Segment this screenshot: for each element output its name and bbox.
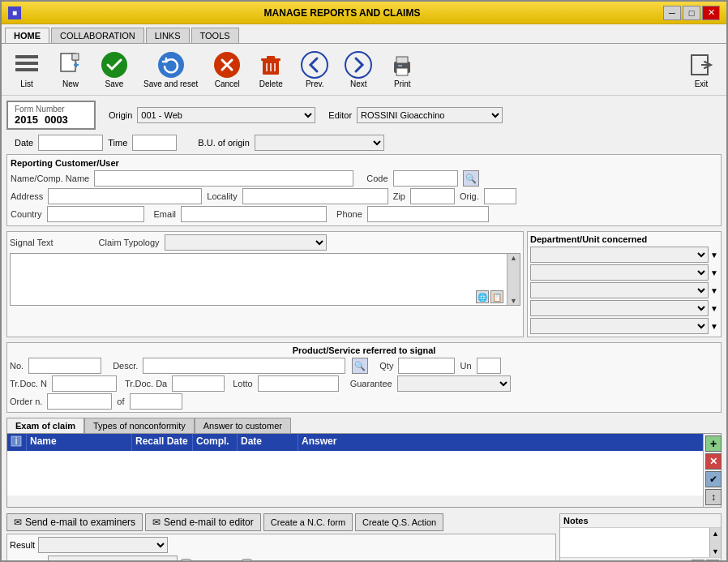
close-button[interactable]: ✕	[702, 6, 720, 20]
of-input[interactable]: / /	[130, 393, 182, 410]
dept-select-5[interactable]	[530, 318, 709, 334]
claim-typology-select[interactable]	[165, 234, 327, 251]
table-move-button[interactable]: ↕	[705, 489, 722, 505]
country-input[interactable]: Svizzera	[47, 206, 144, 222]
globe-icon[interactable]: 🌐	[476, 290, 489, 303]
print-button[interactable]: Print	[382, 47, 422, 92]
title-bar-left: ■	[8, 6, 21, 19]
orig-input[interactable]	[484, 188, 516, 204]
minimize-button[interactable]: ─	[663, 6, 681, 20]
dept-select-2[interactable]	[530, 264, 709, 281]
table-add-button[interactable]: +	[705, 435, 722, 452]
bu-select[interactable]	[255, 135, 384, 151]
claim-table-area: i Name Recall Date Compl. Date Answer + …	[6, 433, 722, 508]
tab-home[interactable]: HOME	[5, 28, 49, 43]
next-label: Next	[350, 79, 367, 88]
prev-button[interactable]: Prev.	[294, 47, 335, 92]
code-search-button[interactable]: 🔍	[463, 170, 479, 187]
signal-text-label: Signal Text	[10, 238, 54, 247]
table-delete-button[interactable]: ✕	[705, 453, 722, 470]
new-button[interactable]: New	[50, 47, 91, 92]
result-select[interactable]	[38, 537, 168, 553]
dept-dropdown-4[interactable]: ▼	[710, 304, 718, 313]
product-no-input[interactable]: CASE-CRT 22	[28, 358, 101, 374]
phone-input[interactable]	[367, 206, 489, 222]
notes-globe-icon[interactable]: 🌐	[692, 560, 704, 560]
table-check-button[interactable]: ✔	[705, 471, 722, 487]
guarantee-select[interactable]	[397, 375, 511, 392]
tr-doc-da-input[interactable]: / /	[172, 375, 225, 392]
main-window: ■ MANAGE REPORTS AND CLAIMS ─ □ ✕ HOME C…	[0, 0, 728, 562]
create-qs-action-button[interactable]: Create Q.S. Action	[355, 513, 443, 531]
delete-button[interactable]: Delete	[251, 47, 291, 92]
tr-doc-n-input[interactable]	[52, 375, 117, 392]
product-qty-input[interactable]: 0,000	[398, 358, 455, 374]
claim-table-header: i Name Recall Date Compl. Date Answer	[7, 434, 703, 451]
dept-dropdown-5[interactable]: ▼	[710, 322, 718, 331]
dept-row-1: ▼	[530, 247, 718, 263]
header-compl: Compl.	[193, 434, 238, 451]
zip-label: Zip	[393, 191, 405, 201]
product-section: Product/Service referred to signal No. C…	[6, 342, 722, 413]
origin-select[interactable]: 001 - Web	[137, 107, 315, 123]
editor-select[interactable]: ROSSINI Gioacchino	[357, 107, 503, 123]
address-input[interactable]: Via Flaminia, 44	[48, 188, 202, 204]
tab-collaboration[interactable]: COLLABORATION	[51, 28, 144, 43]
send-email-examiners-button[interactable]: ✉ Send e-mail to examiners	[6, 513, 143, 531]
locality-input[interactable]: Ginevra	[242, 188, 388, 204]
customer-contact-row: Country Svizzera Email analbo@iol.it Pho…	[11, 206, 717, 222]
product-descr-input[interactable]: Case Monitor 22"	[143, 358, 345, 374]
dept-dropdown-2[interactable]: ▼	[710, 268, 718, 277]
lotto-label: Lotto	[233, 379, 252, 388]
save-reset-button[interactable]: Save and reset	[138, 47, 203, 92]
delete-icon	[256, 50, 285, 79]
tab-links[interactable]: LINKS	[146, 28, 190, 43]
email-input[interactable]: analbo@iol.it	[181, 206, 327, 222]
lotto-input[interactable]	[258, 375, 339, 392]
svg-rect-2	[15, 68, 38, 71]
list-label: List	[20, 79, 33, 88]
tab-answer-customer[interactable]: Answer to customer	[195, 418, 291, 433]
next-icon	[344, 50, 373, 79]
notes-clipboard-icon[interactable]: 📋	[706, 560, 719, 560]
header-name: Name	[27, 434, 132, 451]
product-un-input[interactable]: nr	[477, 358, 501, 374]
dept-dropdown-3[interactable]: ▼	[710, 286, 718, 295]
tab-closed-checkbox[interactable]	[242, 559, 252, 561]
notes-scrollbar[interactable]: ▲ ▼	[709, 528, 721, 557]
exit-button[interactable]: Exit	[681, 47, 722, 92]
dept-select-3[interactable]	[530, 282, 709, 298]
product-search-button[interactable]: 🔍	[352, 358, 368, 374]
code-label: Code	[366, 174, 388, 183]
send-email-editor-button[interactable]: ✉ Send e-mail to editor	[145, 513, 261, 531]
tab-types-nonconformity[interactable]: Types of nonconformity	[84, 418, 195, 433]
dept-dropdown-1[interactable]: ▼	[710, 251, 718, 260]
time-input[interactable]: 09:28	[132, 135, 177, 151]
maximize-button[interactable]: □	[683, 6, 700, 20]
approval-select[interactable]	[48, 556, 178, 560]
signal-scrollbar[interactable]: ▲ ▼	[507, 254, 520, 305]
dept-section: Department/Unit concerned ▼ ▼ ▼ ▼	[527, 231, 722, 337]
code-input[interactable]: C55	[393, 170, 458, 187]
clipboard-icon[interactable]: 📋	[490, 290, 503, 303]
notes-textarea[interactable]	[560, 528, 709, 557]
signal-textarea[interactable]	[11, 254, 505, 305]
product-no-label: No.	[10, 361, 24, 371]
tab-tools[interactable]: TOOLS	[191, 28, 239, 43]
dept-select-1[interactable]	[530, 247, 709, 263]
save-icon	[100, 50, 129, 79]
dept-select-4[interactable]	[530, 300, 709, 316]
product-descr-label: Descr.	[113, 361, 138, 371]
name-input[interactable]: Zeus s.r.l. (CH)	[94, 170, 353, 187]
zip-input[interactable]	[410, 188, 455, 204]
checked-checkbox[interactable]	[181, 559, 191, 561]
next-button[interactable]: Next	[338, 47, 379, 92]
create-nc-form-button[interactable]: Create a N.C. form	[263, 513, 353, 531]
tab-exam-of-claim[interactable]: Exam of claim	[6, 418, 84, 433]
save-button[interactable]: Save	[94, 47, 135, 92]
claim-table-body	[7, 451, 703, 496]
date-input[interactable]: 16/12/2014	[38, 135, 103, 151]
order-n-input[interactable]	[47, 393, 112, 410]
list-button[interactable]: List	[6, 47, 47, 92]
cancel-button[interactable]: Cancel	[207, 47, 247, 92]
